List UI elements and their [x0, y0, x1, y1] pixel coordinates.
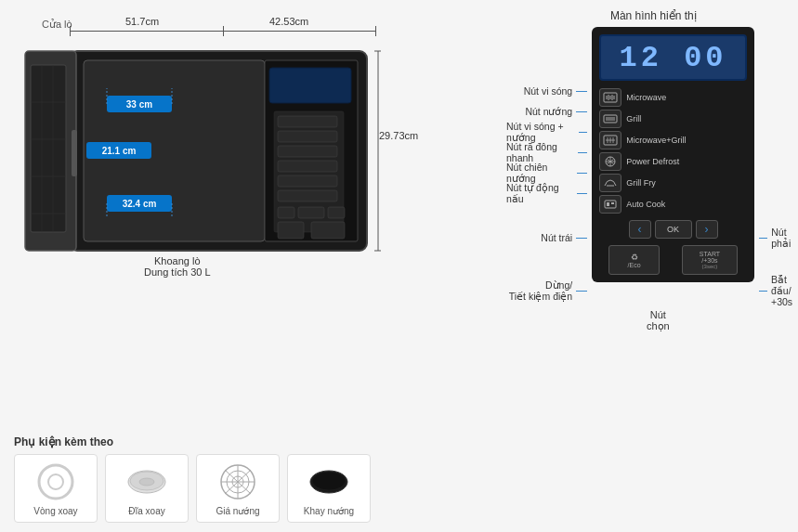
left-section: Cửa lò 51.7cm 42.53cm	[14, 9, 497, 523]
microwave-svg: 33 cm 21.1 cm 32.4 cm	[14, 32, 404, 279]
display-screen: 12 00	[599, 34, 747, 81]
acc-item-dia-xoay: Đĩa xoay	[105, 454, 189, 523]
right-labels: Nút phải Bắt đầu/ +30s	[759, 27, 798, 307]
accessories: Phụ kiện kèm theo Vòng xoay	[14, 435, 497, 523]
right-section: Màn hình hiển thị Nút vi sóng Nút nướng …	[506, 9, 798, 523]
acc-label-gia-nuong: Giá nướng	[216, 506, 259, 516]
svg-rect-58	[604, 115, 617, 123]
panel-title: Màn hình hiển thị	[610, 9, 697, 22]
svg-rect-12	[269, 68, 351, 103]
svg-rect-23	[278, 222, 304, 239]
acc-label-khay-nuong: Khay nướng	[304, 506, 354, 516]
dia-xoay-icon	[122, 461, 173, 502]
svg-rect-74	[611, 202, 614, 204]
svg-rect-20	[278, 207, 294, 218]
svg-point-38	[39, 465, 72, 499]
btn-microwave-label: Microwave	[626, 93, 747, 102]
label-nut-trai: Nút trái	[541, 227, 587, 248]
gia-nuong-icon	[213, 461, 264, 502]
svg-rect-24	[311, 222, 345, 239]
dim-4253-label: 42.53cm	[269, 16, 308, 27]
acc-label-dia-xoay: Đĩa xoay	[128, 506, 164, 516]
svg-rect-19	[278, 190, 337, 201]
svg-rect-72	[605, 201, 616, 208]
svg-rect-15	[278, 131, 337, 142]
svg-text:21.1 cm: 21.1 cm	[102, 146, 137, 156]
display-time: 12 00	[620, 41, 727, 75]
btn-grill-fry-row[interactable]: Grill Fry	[599, 174, 747, 192]
svg-point-42	[139, 478, 154, 486]
defrost-icon	[599, 152, 621, 171]
label-nut-phai: Nút phải	[759, 227, 798, 248]
svg-rect-4	[31, 65, 66, 232]
btn-auto-cook-label: Auto Cook	[626, 200, 747, 209]
label-nut-nuong: Nút nướng	[525, 101, 587, 122]
btn-mw-grill-label: Microwave+Grill	[626, 136, 747, 145]
dim-517-label: 51.7cm	[125, 16, 159, 27]
khay-nuong-icon	[304, 461, 355, 502]
svg-text:32.4 cm: 32.4 cm	[123, 199, 157, 209]
grill-icon	[599, 110, 621, 128]
nav-row: ‹ OK ›	[599, 217, 747, 241]
btn-microwave-row[interactable]: Microwave	[599, 88, 747, 107]
ok-button[interactable]: OK	[655, 220, 692, 239]
btn-defrost-label: Power Defrost	[626, 157, 747, 166]
khoang-lo-label: Khoang lò Dung tích 30 L	[144, 255, 211, 278]
svg-rect-22	[328, 207, 345, 218]
left-arrow-btn[interactable]: ‹	[629, 220, 651, 239]
accessories-items: Vòng xoay Đĩa xoay	[14, 454, 497, 523]
btn-grill-label: Grill	[626, 114, 747, 123]
label-dung: Dừng/ Tiết kiệm điện	[509, 274, 587, 307]
btn-defrost-row[interactable]: Power Defrost	[599, 152, 747, 171]
acc-item-vong-xoay: Vòng xoay	[14, 454, 98, 523]
svg-rect-18	[278, 175, 337, 187]
label-nut-vi-song: Nút vi sóng	[524, 81, 588, 101]
grill-fry-icon	[599, 174, 621, 192]
main-container: Cửa lò 51.7cm 42.53cm	[0, 0, 798, 532]
svg-rect-14	[278, 116, 337, 127]
nut-chon-label: Nút chọn	[647, 309, 670, 332]
acc-label-vong-xoay: Vòng xoay	[33, 506, 77, 516]
dim-2973-label: 29.73cm	[379, 130, 418, 141]
svg-rect-73	[607, 202, 609, 206]
acc-item-gia-nuong: Giá nướng	[196, 454, 280, 523]
panel-with-labels: Nút vi sóng Nút nướng Nút vi sóng + nướn…	[506, 27, 798, 307]
btn-mw-grill-row[interactable]: Microwave+Grill	[599, 131, 747, 149]
svg-rect-21	[298, 207, 324, 218]
eco-button[interactable]: ♻ /Eco	[608, 245, 660, 275]
svg-rect-17	[278, 161, 337, 172]
right-arrow-btn[interactable]: ›	[696, 220, 718, 239]
acc-item-khay-nuong: Khay nướng	[287, 454, 371, 523]
vong-xoay-icon	[31, 461, 82, 502]
btn-grill-fry-label: Grill Fry	[626, 178, 747, 188]
label-nut-chien-nuong: Nút chiên nướng	[506, 162, 587, 183]
mw-grill-icon	[599, 131, 621, 149]
auto-cook-icon	[599, 195, 621, 214]
buttons-list: Microwave Grill Microwave+Gr	[599, 88, 747, 214]
svg-rect-3	[72, 130, 77, 176]
microwave-icon	[599, 88, 621, 107]
label-nut-tu-dong: Nút tự động nấu	[506, 183, 587, 203]
btn-grill-row[interactable]: Grill	[599, 110, 747, 128]
svg-text:33 cm: 33 cm	[126, 99, 152, 110]
btn-auto-cook-row[interactable]: Auto Cook	[599, 195, 747, 214]
control-panel: 12 00 Microwave	[592, 27, 754, 282]
svg-point-51	[312, 472, 346, 490]
oven-diagram: Cửa lò 51.7cm 42.53cm	[14, 9, 497, 431]
left-labels: Nút vi sóng Nút nướng Nút vi sóng + nướn…	[506, 27, 587, 307]
svg-rect-16	[278, 146, 337, 157]
start-button[interactable]: START /+30s (3sec)	[682, 245, 738, 275]
accessories-title: Phụ kiện kèm theo	[14, 435, 497, 448]
bottom-buttons: ♻ /Eco START /+30s (3sec)	[599, 245, 747, 275]
label-nut-ra-dong: Nút rã đông nhanh	[506, 142, 587, 162]
label-bat-dau: Bắt đầu/ +30s	[759, 274, 798, 307]
svg-point-39	[48, 474, 63, 489]
cua-lo-label: Cửa lò	[42, 19, 72, 31]
label-nut-vi-song-nuong: Nút vi sóng + nướng	[506, 122, 587, 142]
